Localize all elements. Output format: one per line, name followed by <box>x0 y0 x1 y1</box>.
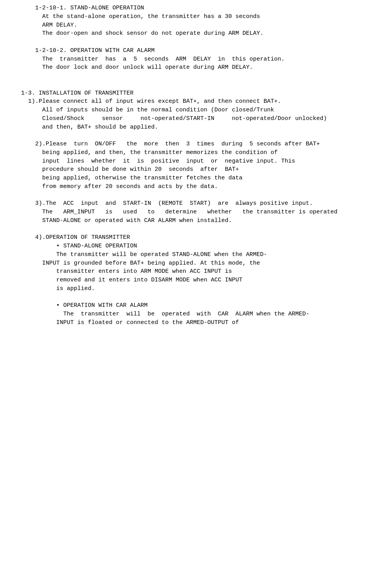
document-text: 1-2-10-1. STAND-ALONE OPERATION At the s… <box>7 4 385 327</box>
page-content: 1-2-10-1. STAND-ALONE OPERATION At the s… <box>0 0 392 582</box>
